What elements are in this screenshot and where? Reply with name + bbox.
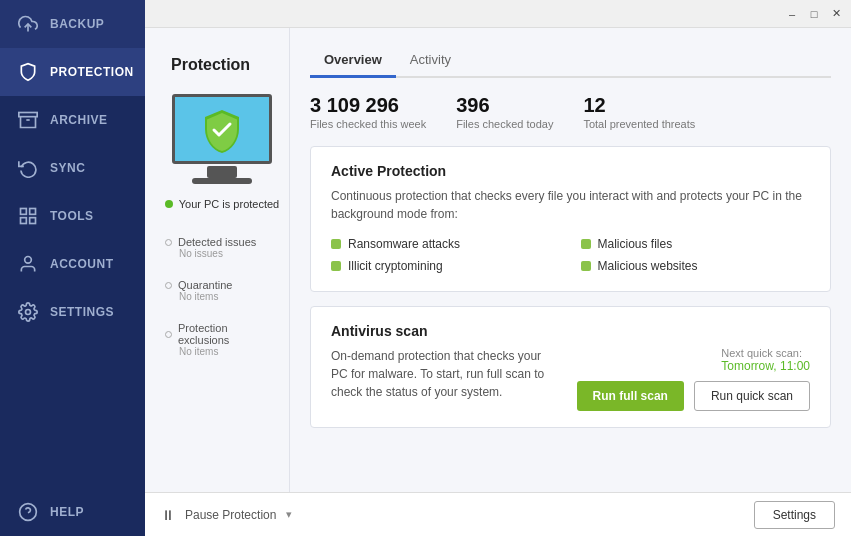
bottom-bar: ⏸ Pause Protection ▾ Settings — [145, 492, 851, 536]
close-button[interactable]: ✕ — [827, 5, 845, 23]
quarantine-dot — [165, 282, 172, 289]
detected-label: Detected issues — [178, 236, 256, 248]
active-protection-title: Active Protection — [331, 163, 810, 179]
quarantine-sub: No items — [179, 291, 279, 302]
sync-icon — [18, 158, 38, 178]
next-scan-label: Next quick scan: — [721, 347, 810, 359]
sidebar: BACKUP PROTECTION ARCHIVE SYNC — [0, 0, 145, 536]
svg-point-7 — [25, 257, 32, 264]
title-bar: – □ ✕ — [145, 0, 851, 28]
features-grid: Ransomware attacks Malicious files Illic… — [331, 235, 810, 275]
stat-files-week: 3 109 296 Files checked this week — [310, 94, 426, 130]
exclusions-sub: No items — [179, 346, 279, 357]
sidebar-item-settings-label: SETTINGS — [50, 305, 114, 319]
scan-desc-text: On-demand protection that checks your PC… — [331, 347, 557, 401]
stat-files-today-number: 396 — [456, 94, 553, 117]
sidebar-item-account[interactable]: ACCOUNT — [0, 240, 145, 288]
minimize-button[interactable]: – — [783, 5, 801, 23]
detected-sub: No issues — [179, 248, 279, 259]
active-protection-desc: Continuous protection that checks every … — [331, 187, 810, 223]
pause-protection-section[interactable]: ⏸ Pause Protection ▾ — [161, 507, 292, 523]
cloud-upload-icon — [18, 14, 38, 34]
monitor-base — [192, 178, 252, 184]
stat-files-today: 396 Files checked today — [456, 94, 553, 130]
left-menu-detected[interactable]: Detected issues No issues — [155, 230, 289, 265]
sidebar-item-backup[interactable]: BACKUP — [0, 0, 145, 48]
feature-cryptomining-label: Illicit cryptomining — [348, 259, 443, 273]
stat-files-week-number: 3 109 296 — [310, 94, 426, 117]
sidebar-item-tools[interactable]: TOOLS — [0, 192, 145, 240]
sidebar-item-protection[interactable]: PROTECTION — [0, 48, 145, 96]
sidebar-item-sync-label: SYNC — [50, 161, 85, 175]
sidebar-item-account-label: ACCOUNT — [50, 257, 114, 271]
feature-ransomware-label: Ransomware attacks — [348, 237, 460, 251]
active-protection-card: Active Protection Continuous protection … — [310, 146, 831, 292]
sidebar-item-backup-label: BACKUP — [50, 17, 104, 31]
exclusions-label: Protection exclusions — [178, 322, 279, 346]
chevron-down-icon: ▾ — [286, 508, 292, 521]
svg-rect-5 — [30, 218, 36, 224]
scan-actions: Next quick scan: Tomorrow, 11:00 Run ful… — [577, 347, 810, 411]
feature-malicious-websites-label: Malicious websites — [598, 259, 698, 273]
tab-overview[interactable]: Overview — [310, 44, 396, 78]
settings-button[interactable]: Settings — [754, 501, 835, 529]
svg-rect-1 — [19, 113, 37, 117]
feature-malicious-websites: Malicious websites — [581, 257, 811, 275]
stat-threats-number: 12 — [583, 94, 695, 117]
svg-rect-6 — [21, 218, 27, 224]
stat-files-week-label: Files checked this week — [310, 118, 426, 130]
tab-activity[interactable]: Activity — [396, 44, 465, 78]
sidebar-item-tools-label: TOOLS — [50, 209, 94, 223]
tab-bar: Overview Activity — [310, 44, 831, 78]
protection-status: Your PC is protected — [165, 198, 279, 210]
shield-icon — [18, 62, 38, 82]
next-scan-value: Tomorrow, 11:00 — [721, 359, 810, 373]
content-area: Protection Yo — [145, 28, 851, 492]
sidebar-item-help[interactable]: HELP — [0, 488, 145, 536]
run-quick-scan-button[interactable]: Run quick scan — [694, 381, 810, 411]
status-dot — [165, 200, 173, 208]
stat-files-today-label: Files checked today — [456, 118, 553, 130]
protection-left-panel: Protection Yo — [145, 28, 290, 492]
cryptomining-dot — [331, 261, 341, 271]
left-menu-exclusions[interactable]: Protection exclusions No items — [155, 316, 289, 363]
archive-icon — [18, 110, 38, 130]
antivirus-scan-title: Antivirus scan — [331, 323, 810, 339]
sidebar-item-sync[interactable]: SYNC — [0, 144, 145, 192]
monitor-stand — [207, 166, 237, 178]
monitor-illustration — [162, 94, 282, 184]
exclusions-dot — [165, 331, 172, 338]
sidebar-item-help-label: HELP — [50, 505, 84, 519]
feature-cryptomining: Illicit cryptomining — [331, 257, 561, 275]
scan-description: On-demand protection that checks your PC… — [331, 347, 557, 401]
sidebar-item-archive-label: ARCHIVE — [50, 113, 108, 127]
tools-icon — [18, 206, 38, 226]
shield-badge — [201, 108, 243, 150]
status-text: Your PC is protected — [179, 198, 279, 210]
feature-malicious-files: Malicious files — [581, 235, 811, 253]
sidebar-item-settings[interactable]: SETTINGS — [0, 288, 145, 336]
stats-row: 3 109 296 Files checked this week 396 Fi… — [310, 94, 831, 130]
sidebar-item-protection-label: PROTECTION — [50, 65, 134, 79]
gear-icon — [18, 302, 38, 322]
scan-card-inner: On-demand protection that checks your PC… — [331, 347, 810, 411]
scan-buttons: Run full scan Run quick scan — [577, 381, 810, 411]
ransomware-dot — [331, 239, 341, 249]
detected-dot — [165, 239, 172, 246]
svg-rect-4 — [30, 209, 36, 215]
right-panel: Overview Activity 3 109 296 Files checke… — [290, 28, 851, 492]
question-icon — [18, 502, 38, 522]
stat-threats: 12 Total prevented threats — [583, 94, 695, 130]
maximize-button[interactable]: □ — [805, 5, 823, 23]
malicious-websites-dot — [581, 261, 591, 271]
malicious-files-dot — [581, 239, 591, 249]
run-full-scan-button[interactable]: Run full scan — [577, 381, 684, 411]
pause-icon: ⏸ — [161, 507, 175, 523]
next-scan-info: Next quick scan: Tomorrow, 11:00 — [721, 347, 810, 373]
left-menu-quarantine[interactable]: Quarantine No items — [155, 273, 289, 308]
svg-rect-3 — [21, 209, 27, 215]
pause-label: Pause Protection — [185, 508, 276, 522]
svg-point-8 — [26, 310, 31, 315]
stat-threats-label: Total prevented threats — [583, 118, 695, 130]
sidebar-item-archive[interactable]: ARCHIVE — [0, 96, 145, 144]
